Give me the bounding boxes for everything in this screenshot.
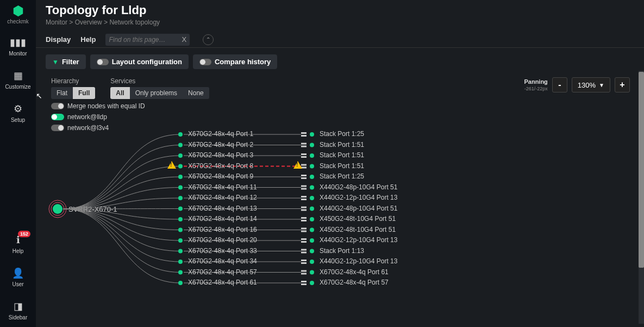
port-right-label[interactable]: X440G2-48p-10G4 Port 51 bbox=[320, 205, 397, 212]
nav-label: Sidebar bbox=[9, 314, 27, 320]
port-right-label[interactable]: X450G2-48t-10G4 Port 51 bbox=[320, 215, 396, 223]
compare-history-button[interactable]: Compare history bbox=[193, 54, 277, 69]
menubar: Display Help X ⌃ bbox=[36, 32, 644, 48]
services-all[interactable]: All bbox=[110, 87, 129, 99]
port-left-label[interactable]: X670G2-48x-4q Port 9 bbox=[188, 172, 253, 180]
svg-point-17 bbox=[310, 153, 314, 158]
port-right-label[interactable]: Stack Port 1:51 bbox=[320, 141, 364, 149]
svg-rect-35 bbox=[301, 196, 307, 198]
svg-point-52 bbox=[310, 228, 314, 232]
hierarchy-flat[interactable]: Flat bbox=[51, 87, 73, 99]
port-right-label[interactable]: Stack Port 1:25 bbox=[320, 172, 364, 180]
nav-help[interactable]: 152 ℹ Help bbox=[0, 227, 36, 261]
port-left-label[interactable]: X670G2-48x-4q Port 11 bbox=[188, 183, 257, 191]
port-left-label[interactable]: X670G2-48x-4q Port 2 bbox=[188, 141, 253, 149]
lldp-toggle[interactable] bbox=[51, 114, 64, 120]
page-search[interactable]: X bbox=[105, 34, 190, 46]
toggle-icon bbox=[199, 59, 211, 65]
svg-point-62 bbox=[310, 249, 314, 254]
port-left-label[interactable]: X670G2-48x-4q Port 20 bbox=[188, 236, 257, 244]
port-right-label[interactable]: X440G2-12p-10G4 Port 13 bbox=[320, 236, 397, 244]
svg-point-73 bbox=[178, 281, 183, 285]
chevron-up-icon: ⌃ bbox=[206, 36, 210, 42]
services-only-problems[interactable]: Only problems bbox=[130, 87, 183, 99]
svg-point-22 bbox=[310, 164, 314, 169]
hierarchy-full[interactable]: Full bbox=[73, 87, 95, 99]
nav-label: Help bbox=[12, 248, 24, 254]
menu-help[interactable]: Help bbox=[80, 35, 96, 44]
nav-label: Setup bbox=[11, 117, 25, 123]
collapse-up-button[interactable]: ⌃ bbox=[203, 34, 214, 45]
vertical-scrollbar[interactable] bbox=[639, 71, 644, 324]
nav-setup[interactable]: ⚙ Setup bbox=[0, 96, 36, 129]
svg-rect-76 bbox=[301, 283, 307, 285]
svg-rect-11 bbox=[301, 146, 307, 147]
port-right-label[interactable]: Stack Port 1:13 bbox=[320, 247, 364, 255]
nav-monitor[interactable]: ▮▮▮ Monitor bbox=[0, 30, 36, 63]
merge-toggle[interactable] bbox=[51, 103, 64, 109]
svg-point-68 bbox=[178, 270, 183, 275]
port-left-label[interactable]: X670G2-48x-4q Port 33 bbox=[188, 247, 257, 255]
left-sidebar: ⬢ checkmk ▮▮▮ Monitor ▦ Customize ⚙ Setu… bbox=[0, 0, 36, 327]
port-left-label[interactable]: X670G2-48x-4q Port 16 bbox=[188, 226, 257, 233]
svg-rect-50 bbox=[301, 228, 307, 230]
port-left-label[interactable]: X670G2-48x-4q Port 61 bbox=[188, 279, 257, 286]
nav-user[interactable]: 👤 User bbox=[0, 261, 36, 294]
zoom-in-button[interactable]: + bbox=[615, 77, 630, 92]
zoom-select[interactable]: 130% ▼ bbox=[572, 77, 610, 92]
port-right-label[interactable]: Stack Port 1:51 bbox=[320, 162, 364, 170]
port-left-label[interactable]: X670G2-48x-4q Port 34 bbox=[188, 257, 257, 265]
sidebar-icon: ◨ bbox=[0, 300, 36, 312]
search-input[interactable] bbox=[109, 36, 179, 44]
port-right-label[interactable]: X450G2-48t-10G4 Port 51 bbox=[320, 226, 396, 233]
svg-point-7 bbox=[310, 132, 314, 137]
port-left-label[interactable]: X670G2-48x-4q Port 14 bbox=[188, 215, 257, 223]
port-left-label[interactable]: X670G2-48x-4q Port 3 bbox=[188, 151, 253, 159]
port-right-label[interactable]: X440G2-48p-10G4 Port 51 bbox=[320, 183, 397, 191]
warning-icon bbox=[293, 161, 302, 169]
scrollbar-thumb[interactable] bbox=[639, 72, 644, 268]
svg-point-3 bbox=[178, 132, 183, 137]
svg-point-67 bbox=[310, 260, 314, 264]
services-none[interactable]: None bbox=[183, 87, 209, 99]
port-left-label[interactable]: X670G2-48x-4q Port 1 bbox=[188, 130, 253, 138]
breadcrumb[interactable]: Monitor > Overview > Network topology bbox=[46, 18, 634, 26]
zoom-out-button[interactable]: - bbox=[552, 77, 567, 92]
layout-config-button[interactable]: Layout configuration bbox=[90, 54, 189, 69]
port-left-label[interactable]: X670G2-48x-4q Port 13 bbox=[188, 205, 257, 212]
svg-rect-71 bbox=[301, 273, 307, 275]
svg-point-47 bbox=[310, 217, 314, 221]
svg-rect-26 bbox=[301, 177, 307, 179]
port-right-label[interactable]: Stack Port 1:25 bbox=[320, 130, 364, 138]
svg-rect-36 bbox=[301, 199, 307, 200]
nav-label: User bbox=[12, 281, 23, 287]
filter-button[interactable]: ▼ Filter bbox=[46, 54, 86, 69]
port-right-label[interactable]: Stack Port 1:51 bbox=[320, 151, 364, 159]
topology-canvas[interactable]: Hierarchy Flat Full Services All Only pr… bbox=[46, 71, 637, 327]
nav-sidebar-toggle[interactable]: ◨ Sidebar bbox=[0, 294, 36, 327]
port-right-label[interactable]: X440G2-12p-10G4 Port 13 bbox=[320, 194, 397, 201]
svg-rect-51 bbox=[301, 231, 307, 232]
svg-rect-75 bbox=[301, 281, 307, 282]
search-clear-icon[interactable]: X bbox=[182, 35, 186, 44]
logo[interactable]: ⬢ checkmk bbox=[4, 3, 32, 24]
svg-rect-5 bbox=[301, 132, 307, 134]
port-right-label[interactable]: X440G2-12p-10G4 Port 13 bbox=[320, 257, 397, 265]
services-label: Services bbox=[110, 77, 216, 85]
svg-rect-6 bbox=[301, 135, 307, 137]
svg-point-12 bbox=[310, 143, 314, 147]
port-right-label[interactable]: X670G2-48x-4q Port 61 bbox=[320, 268, 389, 276]
port-left-label[interactable]: X670G2-48x-4q Port 8 bbox=[188, 162, 253, 170]
root-node-label[interactable]: SVRR2-X670-1 bbox=[68, 205, 117, 213]
main-area: Topology for Lldp Monitor > Overview > N… bbox=[36, 0, 644, 327]
menu-display[interactable]: Display bbox=[46, 35, 71, 44]
svg-point-28 bbox=[178, 186, 183, 190]
svg-rect-40 bbox=[301, 207, 307, 208]
port-left-label[interactable]: X670G2-48x-4q Port 12 bbox=[188, 194, 257, 201]
port-right-label[interactable]: X670G2-48x-4q Port 57 bbox=[320, 279, 389, 286]
port-left-label[interactable]: X670G2-48x-4q Port 57 bbox=[188, 268, 257, 276]
svg-rect-70 bbox=[301, 270, 307, 272]
nav-customize[interactable]: ▦ Customize bbox=[0, 63, 36, 96]
help-badge-count: 152 bbox=[18, 231, 30, 237]
l3v4-toggle[interactable] bbox=[51, 125, 64, 131]
